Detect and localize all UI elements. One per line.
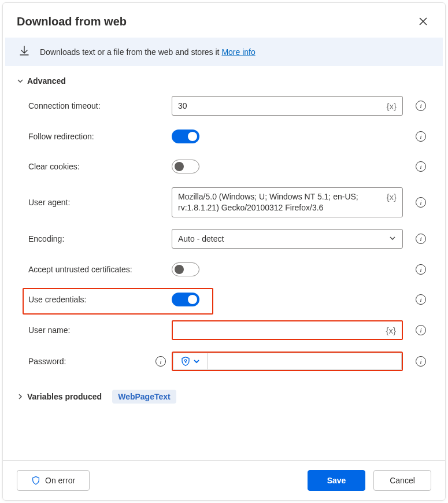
row-accept-untrusted: Accept untrusted certificates: i <box>17 254 431 284</box>
close-button[interactable] <box>415 13 431 29</box>
encoding-select[interactable]: Auto - detect <box>172 229 403 249</box>
info-icon[interactable]: i <box>416 101 426 111</box>
row-encoding: Encoding: Auto - detect i <box>17 223 431 254</box>
dialog: Download from web Downloads text or a fi… <box>2 2 446 501</box>
cancel-button[interactable]: Cancel <box>373 470 431 491</box>
encoding-label: Encoding: <box>28 234 64 243</box>
on-error-button[interactable]: On error <box>17 470 90 491</box>
variables-section-header[interactable]: Variables produced WebPageText <box>17 385 431 408</box>
variable-picker-icon[interactable]: {x} <box>383 191 397 203</box>
variables-label: Variables produced <box>27 392 102 401</box>
connection-timeout-label: Connection timeout: <box>28 101 101 110</box>
info-banner-desc: Downloads text or a file from the web an… <box>40 47 221 57</box>
info-banner: Downloads text or a file from the web an… <box>5 38 443 66</box>
dialog-title: Download from web <box>17 15 127 28</box>
info-icon[interactable]: i <box>416 197 426 208</box>
info-icon[interactable]: i <box>416 131 426 142</box>
chevron-right-icon <box>17 393 24 400</box>
row-password: Password: i i <box>17 346 431 377</box>
close-icon <box>419 17 427 25</box>
info-icon[interactable]: i <box>416 325 426 335</box>
shield-icon <box>180 356 191 367</box>
advanced-section-header[interactable]: Advanced <box>17 72 431 90</box>
follow-redirection-toggle[interactable] <box>172 130 199 143</box>
row-user-agent: User agent: Mozilla/5.0 (Windows; U; Win… <box>17 182 431 223</box>
use-credentials-label: Use credentials: <box>28 295 86 304</box>
info-banner-text: Downloads text or a file from the web an… <box>40 47 256 57</box>
more-info-link[interactable]: More info <box>221 47 255 57</box>
info-icon[interactable]: i <box>416 294 426 305</box>
credential-picker-button[interactable] <box>173 353 208 370</box>
info-icon[interactable]: i <box>416 356 426 367</box>
variable-pill[interactable]: WebPageText <box>112 390 176 404</box>
row-clear-cookies: Clear cookies: i <box>17 151 431 182</box>
shield-outline-icon <box>31 476 40 485</box>
encoding-value: Auto - detect <box>178 234 388 243</box>
dialog-header: Download from web <box>3 3 445 38</box>
row-connection-timeout: Connection timeout: 30 {x} i <box>17 90 431 121</box>
clear-cookies-toggle[interactable] <box>172 160 199 173</box>
info-icon[interactable]: i <box>155 356 166 367</box>
user-agent-value: Mozilla/5.0 (Windows; U; Windows NT 5.1;… <box>178 191 383 213</box>
password-label: Password: <box>28 357 66 366</box>
dialog-body: Advanced Connection timeout: 30 {x} i Fo… <box>3 72 445 460</box>
dialog-footer: On error Save Cancel <box>3 460 445 500</box>
user-agent-input[interactable]: Mozilla/5.0 (Windows; U; Windows NT 5.1;… <box>172 187 403 217</box>
accept-untrusted-label: Accept untrusted certificates: <box>28 265 132 274</box>
follow-redirection-label: Follow redirection: <box>28 132 94 141</box>
variable-picker-icon[interactable]: {x} <box>383 101 397 111</box>
cancel-label: Cancel <box>390 476 415 485</box>
save-label: Save <box>327 476 346 485</box>
download-icon <box>19 46 29 58</box>
user-name-input[interactable]: {x} <box>172 320 403 340</box>
chevron-down-icon <box>17 77 24 84</box>
use-credentials-toggle[interactable] <box>172 293 199 306</box>
on-error-label: On error <box>45 476 75 485</box>
password-input-group <box>172 352 403 371</box>
info-icon[interactable]: i <box>416 161 426 172</box>
row-follow-redirection: Follow redirection: i <box>17 121 431 151</box>
user-agent-label: User agent: <box>28 198 70 207</box>
connection-timeout-value: 30 <box>178 101 383 110</box>
chevron-down-icon <box>388 234 397 244</box>
password-input[interactable] <box>208 353 402 370</box>
advanced-label: Advanced <box>27 76 66 86</box>
row-use-credentials: Use credentials: i <box>17 284 431 315</box>
user-name-label: User name: <box>28 326 70 335</box>
variable-picker-icon[interactable]: {x} <box>382 326 396 335</box>
info-icon[interactable]: i <box>416 264 426 275</box>
chevron-down-icon <box>193 358 200 365</box>
info-icon[interactable]: i <box>416 234 426 244</box>
clear-cookies-label: Clear cookies: <box>28 162 80 171</box>
connection-timeout-input[interactable]: 30 {x} <box>172 96 403 116</box>
save-button[interactable]: Save <box>308 470 365 491</box>
row-user-name: User name: {x} i <box>17 315 431 346</box>
accept-untrusted-toggle[interactable] <box>172 262 199 276</box>
svg-point-0 <box>184 360 186 361</box>
